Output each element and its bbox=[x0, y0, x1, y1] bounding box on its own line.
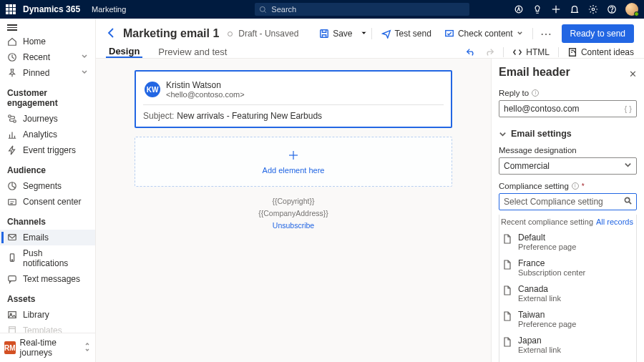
info-icon[interactable]: i bbox=[532, 89, 539, 97]
svg-point-15 bbox=[11, 259, 12, 260]
undo-button[interactable] bbox=[466, 47, 476, 57]
consent-icon bbox=[7, 197, 17, 207]
svg-point-0 bbox=[260, 6, 265, 11]
clock-icon bbox=[7, 52, 17, 62]
dynamic-content-icon[interactable]: { } bbox=[625, 104, 632, 113]
add-element-dropzone[interactable]: Add element here bbox=[135, 137, 452, 187]
swap-icon bbox=[84, 343, 91, 353]
nav-segments[interactable]: Segments bbox=[0, 178, 95, 194]
primary-label: Ready to send bbox=[570, 29, 625, 39]
divider bbox=[558, 47, 559, 57]
redo-button[interactable] bbox=[484, 47, 494, 57]
nav-templates-label: Templates bbox=[23, 326, 62, 333]
chevron-down-icon bbox=[499, 130, 507, 138]
info-icon[interactable]: i bbox=[572, 182, 579, 190]
record-title: Marketing email 1 bbox=[123, 27, 219, 40]
subject-label: Subject: bbox=[143, 111, 174, 121]
nav-templates[interactable]: Templates bbox=[0, 323, 95, 333]
content-ideas-button[interactable]: Content ideas bbox=[567, 47, 634, 57]
user-avatar[interactable] bbox=[625, 3, 638, 16]
compliance-option[interactable]: CanadaExternal link bbox=[499, 280, 636, 306]
test-send-button[interactable]: Test send bbox=[376, 26, 436, 41]
check-content-button[interactable]: Check content bbox=[439, 26, 528, 41]
panel-title: Email header bbox=[499, 66, 570, 79]
document-icon bbox=[502, 311, 512, 321]
all-records-link[interactable]: All records bbox=[596, 217, 633, 226]
email-header-card[interactable]: KW Kristin Watson <hello@contoso.com> Su… bbox=[135, 70, 452, 128]
option-title: Taiwan bbox=[518, 310, 576, 320]
global-search-input[interactable]: Search bbox=[255, 3, 469, 16]
area-switcher[interactable]: RM Real-time journeys bbox=[0, 333, 95, 362]
nav-analytics-label: Analytics bbox=[23, 129, 57, 140]
email-settings-label: Email settings bbox=[511, 129, 572, 139]
command-bar: Save Test send Check content ⋯ Ready to … bbox=[314, 24, 634, 43]
add-icon[interactable] bbox=[551, 4, 561, 14]
notifications-icon[interactable] bbox=[570, 4, 580, 14]
compliance-options-list: DefaultPreference pageFranceSubscription… bbox=[499, 229, 636, 358]
email-canvas: KW Kristin Watson <hello@contoso.com> Su… bbox=[96, 59, 491, 362]
lightbulb-icon[interactable] bbox=[532, 4, 542, 14]
hamburger-icon bbox=[7, 24, 17, 31]
overflow-button[interactable]: ⋯ bbox=[537, 27, 555, 41]
search-icon bbox=[624, 197, 632, 207]
new-setting-link[interactable]: + New setting bbox=[499, 358, 636, 362]
test-send-label: Test send bbox=[395, 29, 431, 39]
save-label: Save bbox=[333, 29, 352, 39]
compliance-lookup[interactable]: Select Compliance setting bbox=[499, 193, 637, 210]
dropzone-label: Add element here bbox=[263, 166, 325, 175]
compliance-option[interactable]: JapanExternal link bbox=[499, 332, 636, 358]
option-title: France bbox=[518, 258, 585, 268]
nav-emails[interactable]: Emails bbox=[0, 230, 95, 245]
close-panel-button[interactable]: ✕ bbox=[629, 69, 637, 79]
save-button[interactable]: Save bbox=[314, 26, 357, 41]
journeys-icon bbox=[7, 114, 17, 124]
email-settings-section[interactable]: Email settings bbox=[499, 129, 637, 139]
svg-line-1 bbox=[265, 11, 266, 12]
tab-preview[interactable]: Preview and test bbox=[155, 46, 230, 58]
compliance-option[interactable]: DefaultPreference page bbox=[499, 229, 636, 255]
settings-icon[interactable] bbox=[588, 4, 598, 14]
reply-to-label: Reply to i bbox=[499, 89, 637, 97]
nav-consent-label: Consent center bbox=[23, 197, 81, 207]
nav-collapse-button[interactable] bbox=[0, 19, 95, 34]
push-icon bbox=[7, 253, 17, 263]
nav-text[interactable]: Text messages bbox=[0, 271, 95, 287]
reply-to-label-text: Reply to bbox=[499, 89, 529, 97]
tab-design[interactable]: Design bbox=[106, 46, 142, 58]
app-launcher-icon[interactable] bbox=[6, 4, 16, 14]
nav-home[interactable]: Home bbox=[0, 34, 95, 49]
left-nav: Home Recent Pinned Customer engagement J… bbox=[0, 19, 96, 362]
unsubscribe-link[interactable]: Unsubscribe bbox=[135, 220, 452, 232]
reply-to-input[interactable]: hello@contoso.com { } bbox=[499, 100, 637, 117]
search-placeholder: Search bbox=[271, 5, 296, 14]
designation-select[interactable]: Commercial bbox=[499, 157, 637, 175]
compliance-option[interactable]: FranceSubscription center bbox=[499, 255, 636, 280]
nav-consent[interactable]: Consent center bbox=[0, 194, 95, 210]
assistant-icon[interactable] bbox=[514, 4, 524, 14]
reply-to-value: hello@contoso.com bbox=[504, 104, 580, 114]
nav-recent[interactable]: Recent bbox=[0, 49, 95, 65]
ready-to-send-button[interactable]: Ready to send bbox=[562, 24, 634, 43]
nav-push[interactable]: Push notifications bbox=[0, 245, 95, 271]
nav-analytics[interactable]: Analytics bbox=[0, 127, 95, 142]
check-content-label: Check content bbox=[458, 29, 513, 39]
back-button[interactable] bbox=[106, 27, 117, 41]
nav-triggers-label: Event triggers bbox=[23, 145, 76, 155]
nav-push-label: Push notifications bbox=[23, 248, 88, 268]
nav-pinned-label: Pinned bbox=[23, 68, 49, 78]
compliance-label: Compliance setting i * bbox=[499, 182, 637, 190]
nav-triggers[interactable]: Event triggers bbox=[0, 142, 95, 158]
svg-rect-20 bbox=[321, 30, 328, 38]
nav-journeys[interactable]: Journeys bbox=[0, 111, 95, 127]
document-icon bbox=[502, 285, 512, 295]
compliance-placeholder: Select Compliance setting bbox=[504, 197, 603, 207]
html-toggle[interactable]: HTML bbox=[512, 47, 550, 57]
option-title: Canada bbox=[518, 284, 561, 294]
recent-label: Recent compliance setting bbox=[501, 217, 593, 226]
nav-library[interactable]: Library bbox=[0, 307, 95, 323]
save-chevron[interactable] bbox=[361, 29, 367, 39]
compliance-option[interactable]: TaiwanPreference page bbox=[499, 306, 636, 332]
svg-rect-16 bbox=[9, 275, 16, 280]
help-icon[interactable] bbox=[607, 4, 617, 14]
nav-pinned[interactable]: Pinned bbox=[0, 65, 95, 81]
